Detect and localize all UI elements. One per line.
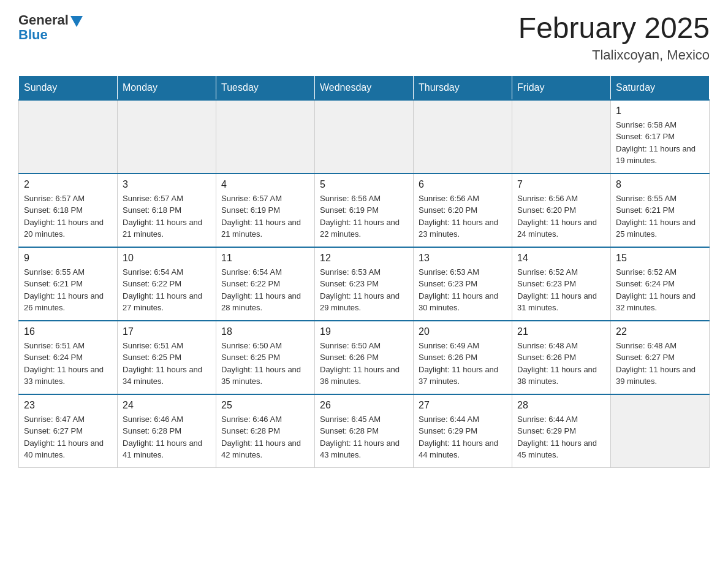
day-number: 15 (616, 253, 704, 264)
calendar-day-cell: 2Sunrise: 6:57 AMSunset: 6:18 PMDaylight… (19, 174, 118, 247)
day-number: 20 (419, 326, 507, 337)
day-info: Sunrise: 6:53 AMSunset: 6:23 PMDaylight:… (419, 266, 507, 314)
day-info: Sunrise: 6:52 AMSunset: 6:24 PMDaylight:… (616, 266, 704, 314)
day-info: Sunrise: 6:57 AMSunset: 6:18 PMDaylight:… (24, 193, 112, 240)
calendar-week-row: 2Sunrise: 6:57 AMSunset: 6:18 PMDaylight… (19, 174, 710, 247)
page-header: General Blue February 2025 Tlalixcoyan, … (18, 12, 710, 63)
calendar-table: SundayMondayTuesdayWednesdayThursdayFrid… (18, 75, 710, 468)
day-number: 28 (517, 400, 605, 411)
calendar-day-cell: 20Sunrise: 6:49 AMSunset: 6:26 PMDayligh… (414, 321, 512, 394)
calendar-header-row: SundayMondayTuesdayWednesdayThursdayFrid… (19, 75, 710, 100)
day-info: Sunrise: 6:57 AMSunset: 6:18 PMDaylight:… (123, 193, 211, 240)
day-info: Sunrise: 6:47 AMSunset: 6:27 PMDaylight:… (24, 413, 112, 461)
logo-blue-text: Blue (18, 27, 48, 43)
day-number: 26 (320, 400, 408, 411)
calendar-day-cell: 17Sunrise: 6:51 AMSunset: 6:25 PMDayligh… (118, 321, 216, 394)
calendar-day-cell: 25Sunrise: 6:46 AMSunset: 6:28 PMDayligh… (216, 394, 315, 468)
calendar-week-row: 23Sunrise: 6:47 AMSunset: 6:27 PMDayligh… (19, 394, 710, 468)
day-number: 18 (221, 326, 309, 337)
day-number: 27 (419, 400, 507, 411)
day-info: Sunrise: 6:54 AMSunset: 6:22 PMDaylight:… (123, 266, 211, 314)
day-number: 6 (419, 179, 507, 190)
calendar-header-sunday: Sunday (19, 75, 118, 100)
day-number: 10 (123, 253, 211, 264)
day-number: 16 (24, 326, 112, 337)
calendar-week-row: 1Sunrise: 6:58 AMSunset: 6:17 PMDaylight… (19, 100, 710, 174)
calendar-day-cell: 5Sunrise: 6:56 AMSunset: 6:19 PMDaylight… (315, 174, 414, 247)
calendar-header-wednesday: Wednesday (315, 75, 414, 100)
day-info: Sunrise: 6:54 AMSunset: 6:22 PMDaylight:… (221, 266, 309, 314)
day-info: Sunrise: 6:58 AMSunset: 6:17 PMDaylight:… (616, 119, 704, 167)
calendar-day-cell: 4Sunrise: 6:57 AMSunset: 6:19 PMDaylight… (216, 174, 315, 247)
calendar-day-cell: 24Sunrise: 6:46 AMSunset: 6:28 PMDayligh… (118, 394, 216, 468)
day-info: Sunrise: 6:44 AMSunset: 6:29 PMDaylight:… (419, 413, 507, 461)
day-info: Sunrise: 6:52 AMSunset: 6:23 PMDaylight:… (517, 266, 605, 314)
title-section: February 2025 Tlalixcoyan, Mexico (518, 12, 710, 63)
day-number: 19 (320, 326, 408, 337)
day-number: 3 (123, 179, 211, 190)
day-number: 11 (221, 253, 309, 264)
calendar-day-cell (19, 100, 118, 174)
logo-general-text: General (18, 12, 69, 28)
day-number: 23 (24, 400, 112, 411)
day-info: Sunrise: 6:56 AMSunset: 6:20 PMDaylight:… (517, 193, 605, 240)
calendar-week-row: 9Sunrise: 6:55 AMSunset: 6:21 PMDaylight… (19, 247, 710, 321)
calendar-day-cell (611, 394, 710, 468)
day-info: Sunrise: 6:56 AMSunset: 6:19 PMDaylight:… (320, 193, 408, 240)
calendar-day-cell (414, 100, 512, 174)
day-info: Sunrise: 6:55 AMSunset: 6:21 PMDaylight:… (24, 266, 112, 314)
day-number: 14 (517, 253, 605, 264)
calendar-day-cell: 3Sunrise: 6:57 AMSunset: 6:18 PMDaylight… (118, 174, 216, 247)
calendar-day-cell: 26Sunrise: 6:45 AMSunset: 6:28 PMDayligh… (315, 394, 414, 468)
calendar-day-cell: 10Sunrise: 6:54 AMSunset: 6:22 PMDayligh… (118, 247, 216, 321)
day-number: 2 (24, 179, 112, 190)
calendar-day-cell: 22Sunrise: 6:48 AMSunset: 6:27 PMDayligh… (611, 321, 710, 394)
day-number: 7 (517, 179, 605, 190)
day-number: 25 (221, 400, 309, 411)
day-info: Sunrise: 6:56 AMSunset: 6:20 PMDaylight:… (419, 193, 507, 240)
calendar-day-cell: 16Sunrise: 6:51 AMSunset: 6:24 PMDayligh… (19, 321, 118, 394)
day-number: 12 (320, 253, 408, 264)
calendar-header-thursday: Thursday (414, 75, 512, 100)
calendar-day-cell: 9Sunrise: 6:55 AMSunset: 6:21 PMDaylight… (19, 247, 118, 321)
day-number: 1 (616, 105, 704, 117)
calendar-header-monday: Monday (118, 75, 216, 100)
day-info: Sunrise: 6:44 AMSunset: 6:29 PMDaylight:… (517, 413, 605, 461)
day-number: 5 (320, 179, 408, 190)
day-info: Sunrise: 6:49 AMSunset: 6:26 PMDaylight:… (419, 340, 507, 388)
calendar-day-cell (216, 100, 315, 174)
calendar-day-cell: 23Sunrise: 6:47 AMSunset: 6:27 PMDayligh… (19, 394, 118, 468)
calendar-day-cell: 1Sunrise: 6:58 AMSunset: 6:17 PMDaylight… (611, 100, 710, 174)
calendar-header-saturday: Saturday (611, 75, 710, 100)
day-info: Sunrise: 6:57 AMSunset: 6:19 PMDaylight:… (221, 193, 309, 240)
logo: General Blue (18, 12, 83, 43)
calendar-day-cell: 27Sunrise: 6:44 AMSunset: 6:29 PMDayligh… (414, 394, 512, 468)
day-number: 9 (24, 253, 112, 264)
day-info: Sunrise: 6:48 AMSunset: 6:26 PMDaylight:… (517, 340, 605, 388)
day-info: Sunrise: 6:55 AMSunset: 6:21 PMDaylight:… (616, 193, 704, 240)
day-number: 8 (616, 179, 704, 190)
location-title: Tlalixcoyan, Mexico (518, 47, 710, 63)
day-number: 22 (616, 326, 704, 337)
day-info: Sunrise: 6:51 AMSunset: 6:24 PMDaylight:… (24, 340, 112, 388)
calendar-day-cell: 28Sunrise: 6:44 AMSunset: 6:29 PMDayligh… (512, 394, 611, 468)
day-info: Sunrise: 6:45 AMSunset: 6:28 PMDaylight:… (320, 413, 408, 461)
calendar-day-cell: 18Sunrise: 6:50 AMSunset: 6:25 PMDayligh… (216, 321, 315, 394)
day-number: 24 (123, 400, 211, 411)
day-info: Sunrise: 6:46 AMSunset: 6:28 PMDaylight:… (221, 413, 309, 461)
calendar-day-cell: 12Sunrise: 6:53 AMSunset: 6:23 PMDayligh… (315, 247, 414, 321)
calendar-header-tuesday: Tuesday (216, 75, 315, 100)
calendar-day-cell: 15Sunrise: 6:52 AMSunset: 6:24 PMDayligh… (611, 247, 710, 321)
calendar-day-cell (118, 100, 216, 174)
month-title: February 2025 (518, 12, 710, 45)
calendar-day-cell: 7Sunrise: 6:56 AMSunset: 6:20 PMDaylight… (512, 174, 611, 247)
calendar-day-cell: 13Sunrise: 6:53 AMSunset: 6:23 PMDayligh… (414, 247, 512, 321)
calendar-day-cell: 6Sunrise: 6:56 AMSunset: 6:20 PMDaylight… (414, 174, 512, 247)
day-info: Sunrise: 6:46 AMSunset: 6:28 PMDaylight:… (123, 413, 211, 461)
day-number: 4 (221, 179, 309, 190)
day-number: 13 (419, 253, 507, 264)
day-number: 17 (123, 326, 211, 337)
day-info: Sunrise: 6:50 AMSunset: 6:25 PMDaylight:… (221, 340, 309, 388)
logo-triangle-icon (70, 16, 83, 27)
day-info: Sunrise: 6:53 AMSunset: 6:23 PMDaylight:… (320, 266, 408, 314)
